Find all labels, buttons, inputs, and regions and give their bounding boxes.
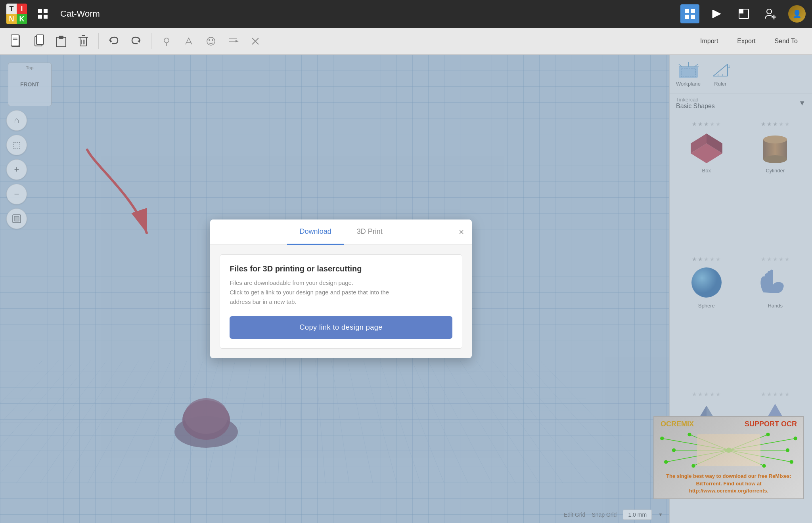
- user-avatar[interactable]: 👤: [788, 5, 806, 23]
- logo-n: N: [6, 14, 17, 24]
- ad-header: OCREMIX SUPPORT OCR: [654, 417, 803, 430]
- modal-close-btn[interactable]: ×: [459, 227, 464, 237]
- svg-point-82: [672, 449, 676, 452]
- modal-body: Files for 3D printing or lasercutting Fi…: [210, 245, 472, 358]
- design-view-btn[interactable]: [680, 4, 699, 23]
- toolbar: Import Export Send To: [0, 28, 812, 55]
- svg-rect-16: [11, 35, 19, 46]
- grid-view-icon: [33, 4, 52, 23]
- ad-text: The single best way to download our free…: [654, 470, 803, 498]
- svg-point-36: [212, 39, 213, 41]
- header-right: 👤: [680, 4, 806, 23]
- svg-rect-7: [691, 15, 695, 19]
- svg-point-90: [762, 464, 766, 468]
- ad-image: [697, 434, 760, 466]
- ad-center: [654, 430, 803, 470]
- svg-rect-1: [44, 9, 48, 13]
- add-user-btn[interactable]: [761, 4, 780, 23]
- copy-btn[interactable]: [29, 31, 49, 52]
- modal-description: Files are downloadable from your design …: [230, 278, 452, 307]
- hint-btn-4[interactable]: [223, 31, 243, 52]
- ad-inner: OCREMIX SUPPORT OCR: [654, 417, 803, 498]
- delete-btn[interactable]: [73, 31, 94, 52]
- send-to-btn[interactable]: Send To: [767, 34, 806, 48]
- svg-rect-2: [38, 15, 42, 19]
- svg-point-83: [665, 460, 668, 464]
- svg-rect-11: [739, 9, 743, 13]
- modal-title: Files for 3D printing or lasercutting: [230, 264, 452, 273]
- import-btn[interactable]: Import: [692, 34, 726, 48]
- tinkercad-logo[interactable]: T I N K: [6, 4, 27, 24]
- header: T I N K Cat-Worm: [0, 0, 812, 28]
- svg-marker-29: [110, 40, 112, 43]
- svg-point-85: [692, 464, 695, 468]
- paste-btn[interactable]: [51, 31, 71, 52]
- svg-point-87: [786, 449, 789, 452]
- new-btn[interactable]: [6, 31, 27, 52]
- tab-3dprint[interactable]: 3D Print: [344, 220, 395, 245]
- svg-rect-0: [38, 9, 42, 13]
- main-area: Top FRONT ⌂ ⬚ + −: [0, 55, 812, 523]
- logo-i: I: [17, 4, 27, 14]
- hint-btn-3[interactable]: [201, 31, 221, 52]
- tab-download[interactable]: Download: [287, 220, 344, 245]
- svg-rect-20: [36, 35, 44, 44]
- svg-rect-3: [44, 15, 48, 19]
- svg-rect-22: [59, 36, 63, 39]
- project-name: Cat-Worm: [60, 9, 100, 19]
- toolbar-separator-1: [98, 33, 99, 49]
- svg-point-12: [767, 9, 772, 14]
- redo-btn[interactable]: [126, 31, 146, 52]
- copy-link-btn[interactable]: Copy link to design page: [230, 316, 452, 339]
- svg-point-84: [688, 433, 691, 436]
- svg-point-88: [790, 460, 793, 464]
- ad-support-label: SUPPORT OCR: [745, 420, 797, 428]
- hint-btn-1[interactable]: [156, 31, 177, 52]
- logo-t: T: [6, 4, 17, 14]
- svg-point-89: [766, 433, 770, 436]
- toolbar-separator-2: [151, 33, 151, 49]
- learn-btn[interactable]: [707, 4, 726, 23]
- svg-rect-6: [685, 15, 689, 19]
- svg-rect-5: [691, 9, 695, 13]
- logo-k: K: [17, 14, 27, 24]
- ad-ocremix-label: OCREMIX: [661, 420, 694, 428]
- export-btn[interactable]: Export: [729, 34, 763, 48]
- svg-marker-30: [138, 40, 140, 43]
- svg-point-34: [207, 37, 215, 45]
- svg-marker-39: [236, 40, 239, 42]
- svg-point-81: [661, 437, 664, 440]
- hint-btn-5[interactable]: [245, 31, 266, 52]
- gallery-btn[interactable]: [734, 4, 753, 23]
- svg-rect-4: [685, 9, 689, 13]
- ad-overlay: OCREMIX SUPPORT OCR: [653, 416, 804, 499]
- modal-content-box: Files for 3D printing or lasercutting Fi…: [220, 254, 462, 349]
- svg-point-35: [209, 39, 210, 41]
- undo-btn[interactable]: [103, 31, 124, 52]
- modal-tabs: Download 3D Print ×: [210, 220, 472, 245]
- download-modal: Download 3D Print × Files for 3D printin…: [210, 220, 472, 358]
- hint-btn-2[interactable]: [178, 31, 199, 52]
- svg-marker-8: [713, 10, 721, 18]
- svg-point-31: [164, 38, 169, 43]
- svg-point-86: [794, 437, 797, 440]
- toolbar-right: Import Export Send To: [692, 34, 806, 48]
